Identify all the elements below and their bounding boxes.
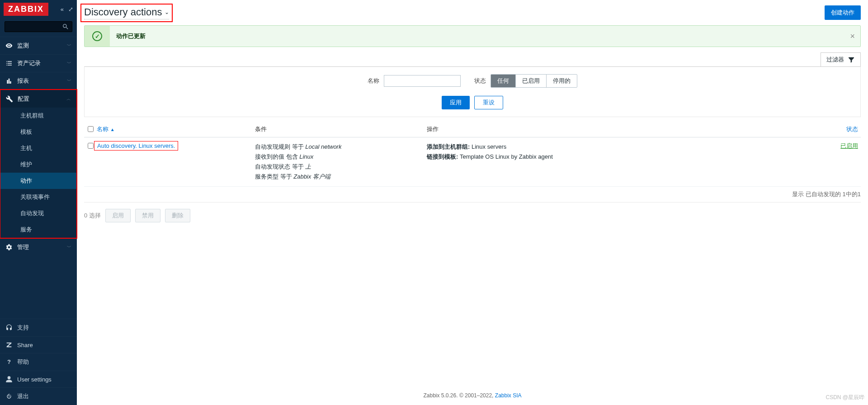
check-icon: ✓ [92,31,102,41]
col-conditions: 条件 [255,125,427,133]
reset-button[interactable]: 重设 [474,96,503,109]
chevron-up-icon: ︿ [66,96,71,102]
nav-help[interactable]: ? 帮助 [0,353,77,371]
bulk-delete-button[interactable]: 删除 [165,209,190,222]
status-segment: 任何 已启用 停用的 [491,74,577,88]
chevron-down-icon: ﹀ [67,42,71,49]
row-conditions: 自动发现规则 等于 Local network 接收到的值 包含 Linux 自… [255,142,427,182]
status-opt-any[interactable]: 任何 [491,75,516,87]
logo[interactable]: ZABBIX [4,3,48,16]
subnav-templates[interactable]: 模板 [0,124,76,140]
chevron-down-icon: ﹀ [67,244,71,250]
nav-label: 帮助 [17,358,71,366]
subnav-correlation[interactable]: 关联项事件 [0,189,76,205]
nav-label: Share [17,342,71,348]
nav-label: 退出 [17,392,71,400]
nav-user-settings[interactable]: User settings [0,371,77,387]
zabbix-link[interactable]: Zabbix SIA [495,392,522,399]
status-link[interactable]: 已启用 [840,142,858,149]
nav-reports[interactable]: 报表﹀ [0,72,77,89]
select-all-checkbox[interactable] [88,126,94,132]
power-icon [5,393,13,400]
sort-asc-icon: ▲ [110,127,115,132]
search-icon [62,23,69,30]
table-row: Auto discovery. Linux servers. 自动发现规则 等于… [84,137,861,187]
page-title: Discovery actions [84,6,162,18]
filter-toggle[interactable]: 过滤器 [821,52,861,66]
nav-support[interactable]: 支持 [0,319,77,336]
z-icon [5,341,13,348]
chart-icon [5,77,13,85]
bulk-enable-button[interactable]: 启用 [105,209,131,222]
subnav-discovery[interactable]: 自动发现 [0,205,76,221]
collapse-icon[interactable]: « [61,6,64,13]
col-operations: 操作 [427,125,825,133]
chevron-down-icon: ⌄ [165,9,169,15]
page-footer: Zabbix 5.0.26. © 2001–2022, Zabbix SIA [77,386,868,405]
selection-count: 0 选择 [84,212,101,220]
user-icon [5,376,13,383]
row-checkbox[interactable] [88,143,94,149]
subnav-hosts[interactable]: 主机 [0,140,76,156]
name-filter-input[interactable] [384,75,461,87]
nav-label: 配置 [18,95,62,103]
chevron-down-icon: ﹀ [67,60,71,66]
close-icon[interactable]: × [844,32,860,41]
success-message: ✓ 动作已更新 × [84,25,861,47]
nav-share[interactable]: Share [0,336,77,353]
subnav-maintenance[interactable]: 维护 [0,156,76,173]
nav-label: 资产记录 [17,59,62,67]
gear-icon [5,244,13,251]
nav-label: User settings [17,376,71,383]
nav-label: 支持 [17,324,71,332]
search-input[interactable] [5,21,72,32]
main-content: Discovery actions ⌄ 创建动作 ✓ 动作已更新 × 过滤器 名… [77,0,868,405]
message-text: 动作已更新 [110,32,844,40]
filter-icon [848,56,855,63]
question-icon: ? [5,358,13,366]
subnav-hostgroups[interactable]: 主机群组 [0,108,76,124]
nav-label: 报表 [17,77,62,85]
status-opt-disabled[interactable]: 停用的 [547,75,577,87]
action-name-link[interactable]: Auto discovery. Linux servers. [97,142,175,149]
status-filter-label: 状态 [474,77,486,85]
nav-inventory[interactable]: 资产记录﹀ [0,54,77,72]
create-action-button[interactable]: 创建动作 [825,5,861,20]
nav-logout[interactable]: 退出 [0,387,77,405]
page-title-dropdown[interactable]: Discovery actions ⌄ [84,6,169,19]
apply-button[interactable]: 应用 [442,96,470,109]
subnav-services[interactable]: 服务 [0,221,76,238]
filter-label: 过滤器 [826,56,844,64]
sidebar: ZABBIX « ⤢ 监测﹀ 资产记录﹀ 报表﹀ [0,0,77,405]
list-icon [5,60,13,67]
nav-label: 监测 [17,42,62,50]
name-filter-label: 名称 [368,77,379,85]
eye-icon [5,42,13,49]
status-opt-enabled[interactable]: 已启用 [516,75,547,87]
nav-admin[interactable]: 管理﹀ [0,238,77,256]
nav-config[interactable]: 配置︿ [0,90,76,108]
row-operations: 添加到主机群组: Linux servers 链接到模板: Template O… [427,142,825,182]
table-footer: 显示 已自动发现的 1中的1 [84,187,861,202]
nav-monitoring[interactable]: 监测﹀ [0,37,77,54]
watermark: CSDN @星辰哔 [826,394,864,401]
col-status[interactable]: 状态 [825,125,861,133]
filter-panel: 名称 状态 任何 已启用 停用的 应用 重设 [84,66,861,117]
subnav-actions[interactable]: 动作 [0,173,76,189]
nav-label: 管理 [17,243,62,251]
headset-icon [5,324,13,331]
col-name[interactable]: 名称 ▲ [97,125,255,133]
expand-icon[interactable]: ⤢ [68,6,73,13]
bulk-disable-button[interactable]: 禁用 [135,209,160,222]
chevron-down-icon: ﹀ [67,78,71,84]
wrench-icon [6,95,13,103]
